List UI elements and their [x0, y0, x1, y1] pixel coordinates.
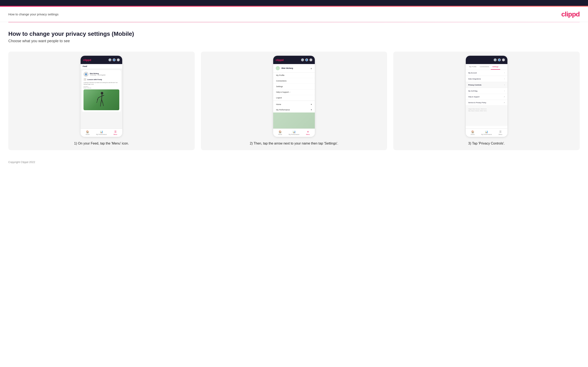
header: How to change your privacy settings clip…: [0, 7, 588, 22]
svg-line-6: [100, 104, 101, 107]
header-title: How to change your privacy settings: [8, 12, 59, 16]
settings-item-data[interactable]: Data Integrations ›: [466, 76, 507, 82]
steps-container: clippd 🔍 👤 ⚙ Feed 👤 Blair McHarg: [8, 51, 580, 150]
svg-line-9: [97, 98, 98, 103]
back-link[interactable]: ‹ Back: [468, 59, 473, 61]
phone-header-3: ‹ Back 🔍 👤 ⚙: [466, 56, 507, 64]
phone-body-1: Feed 👤 Blair McHarg Yesterday · Sunningd…: [81, 64, 122, 128]
nav-performance-3[interactable]: 📊 My Performance: [480, 130, 493, 135]
user-icon[interactable]: 👤: [113, 58, 116, 61]
phone-logo-2: clippd: [276, 58, 284, 62]
phone-header-1: clippd 🔍 👤 ⚙: [81, 56, 122, 64]
nav-home-3[interactable]: 🏠 Home: [466, 130, 480, 135]
menu-nav-home[interactable]: Home ▾: [273, 102, 315, 107]
search-icon-2[interactable]: 🔍: [301, 58, 304, 61]
nav-performance-1[interactable]: 📊 My Performance: [95, 130, 108, 135]
search-icon-3[interactable]: 🔍: [494, 58, 497, 61]
post-user-name: Blair McHarg: [90, 73, 105, 74]
menu-dropdown: Blair McHarg ▲ My Profile Connections Se…: [273, 64, 315, 112]
menu-nav-section: Home ▾ My Performance ▾: [273, 101, 315, 112]
svg-line-8: [103, 103, 104, 106]
phone-mockup-3: ‹ Back 🔍 👤 ⚙ My Profile Connections Sett…: [466, 56, 507, 137]
settings-icon[interactable]: ⚙: [117, 58, 120, 61]
svg-line-5: [101, 99, 102, 104]
tab-connections[interactable]: Connections: [478, 64, 491, 70]
footer: Copyright Clippd 2022: [0, 156, 588, 168]
copyright-text: Copyright Clippd 2022: [8, 160, 35, 164]
phone-mockup-1: clippd 🔍 👤 ⚙ Feed 👤 Blair McHarg: [81, 56, 122, 137]
post-user-sub: Yesterday · Sunningdale: [90, 74, 105, 76]
menu-avatar: [276, 66, 280, 70]
phone-bottom-nav-1: 🏠 Home 📊 My Performance ☰ Menu: [81, 128, 122, 137]
phone-mockup-2: clippd 🔍 👤 ⚙: [273, 56, 315, 137]
phone-body-2: Blair McHarg ▲ My Profile Connections Se…: [273, 64, 315, 128]
settings-tabs: My Profile Connections Settings: [466, 64, 507, 70]
nav-home-1[interactable]: 🏠 Home: [81, 130, 95, 135]
nav-close-2[interactable]: ✕ Menu: [301, 130, 315, 135]
tab-settings[interactable]: Settings: [491, 64, 500, 70]
phone-bottom-nav-2: 🏠 Home 📊 My Performance ✕ Menu: [273, 128, 315, 137]
phone-header-2: clippd 🔍 👤 ⚙: [273, 56, 315, 64]
settings-item-service[interactable]: Service & Privacy Policy ↗: [466, 100, 507, 106]
nav-performance-2[interactable]: 📊 My Performance: [287, 130, 301, 135]
user-icon-3[interactable]: 👤: [498, 58, 501, 61]
svg-point-0: [101, 92, 103, 94]
svg-line-7: [102, 99, 103, 103]
menu-item-settings[interactable]: Settings: [273, 84, 315, 89]
menu-item-help[interactable]: Help & Support: [273, 89, 315, 95]
settings-list: My Account › Data Integrations › Privacy…: [466, 70, 507, 106]
post-lesson-row: 📋 Lesson with Fordy: [84, 78, 119, 81]
menu-user-name: Blair McHarg: [282, 67, 293, 69]
nav-menu-3[interactable]: ☰ Menu: [493, 130, 507, 135]
step-1-caption: 1) On your Feed, tap the 'Menu' icon.: [72, 141, 131, 146]
menu-user-left: Blair McHarg: [276, 66, 293, 70]
svg-line-2: [98, 96, 102, 98]
phone-bottom-nav-3: 🏠 Home 📊 My Performance ☰ Menu: [466, 128, 507, 137]
user-icon-2[interactable]: 👤: [305, 58, 308, 61]
lesson-title: Lesson with Fordy: [87, 79, 102, 81]
menu-arrow[interactable]: ▲: [310, 67, 312, 69]
nav-home-2[interactable]: 🏠 Home: [273, 130, 287, 135]
menu-item-logout[interactable]: Logout: [273, 95, 315, 101]
phone-icons-2: 🔍 👤 ⚙: [301, 58, 312, 61]
post-duration: Duration01 hr : 30 min: [84, 86, 119, 89]
tab-myprofile[interactable]: My Profile: [467, 64, 478, 70]
search-icon[interactable]: 🔍: [108, 58, 111, 61]
svg-line-1: [102, 94, 102, 99]
step-3-card: ‹ Back 🔍 👤 ⚙ My Profile Connections Sett…: [393, 51, 580, 150]
settings-item-help[interactable]: Help & Support ↗: [466, 94, 507, 100]
settings-version: Clippd Client Version: 2022.8.3-3 GQL Se…: [466, 106, 507, 114]
menu-nav-performance[interactable]: My Performance ▾: [273, 107, 315, 112]
page-subheading: Choose what you want people to see: [8, 39, 580, 43]
step-2-caption: 2) Then, tap the arrow next to your name…: [248, 141, 340, 146]
feed-post: 👤 Blair McHarg Yesterday · Sunningdale 📋…: [82, 70, 121, 112]
post-image: [84, 89, 119, 110]
post-user-info: Blair McHarg Yesterday · Sunningdale: [90, 73, 105, 76]
main-content: How to change your privacy settings (Mob…: [0, 22, 588, 156]
settings-icon-3[interactable]: ⚙: [502, 58, 505, 61]
post-avatar: 👤: [84, 72, 88, 77]
feed-tab: Feed: [81, 64, 122, 69]
logo: clippd: [561, 10, 580, 18]
settings-icon-2[interactable]: ⚙: [309, 58, 312, 61]
golfer-svg: [96, 92, 107, 108]
settings-item-bag[interactable]: My Golf Bag ›: [466, 88, 507, 94]
step-2-card: clippd 🔍 👤 ⚙: [201, 51, 387, 150]
page-heading: How to change your privacy settings (Mob…: [8, 31, 580, 37]
menu-user-row: Blair McHarg ▲: [273, 64, 315, 73]
phone-body-3: My Account › Data Integrations › Privacy…: [466, 70, 507, 126]
post-user: 👤 Blair McHarg Yesterday · Sunningdale: [84, 72, 119, 77]
lesson-icon: 📋: [84, 78, 86, 81]
settings-item-account[interactable]: My Account ›: [466, 70, 507, 76]
step-1-card: clippd 🔍 👤 ⚙ Feed 👤 Blair McHarg: [8, 51, 195, 150]
phone-icons-3: 🔍 👤 ⚙: [494, 58, 505, 61]
step-3-caption: 3) Tap 'Privacy Controls'.: [466, 141, 507, 146]
menu-item-connections[interactable]: Connections: [273, 78, 315, 84]
phone-icons-1: 🔍 👤 ⚙: [108, 58, 120, 61]
top-bar: [0, 0, 588, 6]
settings-item-privacy[interactable]: Privacy Controls ›: [466, 82, 507, 88]
phone-logo-1: clippd: [83, 58, 91, 62]
nav-menu-1[interactable]: ☰ Menu: [108, 130, 122, 135]
post-desc: Looking to feel like my hands are exitin…: [84, 82, 119, 85]
menu-item-profile[interactable]: My Profile: [273, 73, 315, 78]
